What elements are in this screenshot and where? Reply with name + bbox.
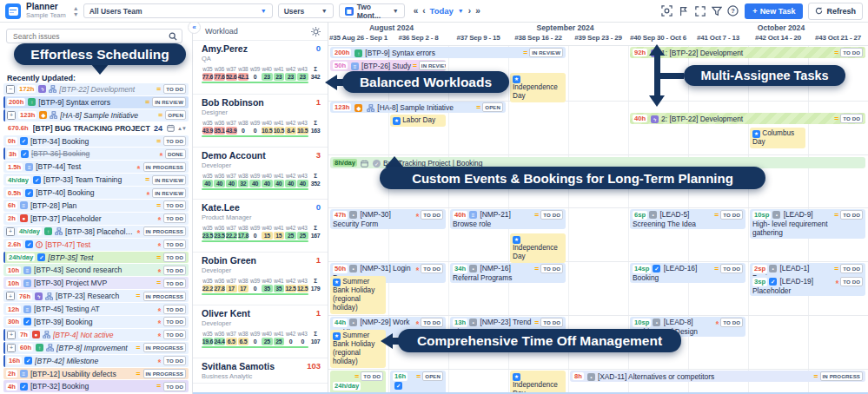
filter-icon[interactable] [710,4,723,17]
sidebar-task-item[interactable]: 2.6h✓![BTP-47] Test«TO DO [3,239,189,251]
calendar-task-card[interactable]: 50h≡ [BTP-26] Study=IN REVIEW [330,60,446,71]
calendar-task-card[interactable]: «TO DO47h▪ [NMP-30] Security Form [330,209,446,229]
calendar-event-card[interactable]: ★ Summer Bank Holiday (regional holiday) [330,276,386,314]
sidebar-task-item[interactable]: 2h●[BTP-37] Placeholder«TO DO [3,213,189,225]
task-title: [BTP-36] Booking [31,149,157,158]
sidebar-task-item[interactable]: +76hϟ[BTP-23] Research=IN PROGRESS [3,290,189,302]
workload-user-card[interactable]: Robin Green1Developerw35w36w37w38w39w40w… [193,253,328,305]
sidebar-task-item[interactable]: +4h/day↑[BTP-38] Placeholder«IN PROGRESS [3,226,189,238]
task-title: [BTP-45] Testing AT [34,305,156,313]
expand-toggle-icon[interactable]: + [7,344,16,352]
generic-type-icon: ▪ [769,265,777,273]
sidebar-project-row[interactable]: 670.6h[BTP] BUG TRACKING PROJECT24▲▼ [3,122,189,135]
calendar-week-label[interactable]: #42 Oct 14 - 20 [748,34,808,45]
workload-week-labels: w35w36w37w38w39w40w41w42w43Σ [202,120,322,126]
sort-icon[interactable]: ▲▼ [177,126,186,131]
sidebar-task-item[interactable]: 10h≡[BTP-43] Second research«TO DO [3,264,189,276]
scan-icon[interactable] [660,4,673,17]
calendar-event-card[interactable]: ★ Columbus Day [750,128,805,148]
switch-team-icon[interactable]: ▲▼ [73,5,78,17]
sidebar-task-item[interactable]: +7h●[BTP-4] Not active«TO DO [3,329,189,341]
expand-toggle-icon[interactable]: + [6,292,15,300]
workload-user-card[interactable]: Kate.Lee0Product Managerw35w36w37w38w39w… [193,200,328,253]
help-icon[interactable]: ? [726,4,739,17]
calendar-event-card[interactable]: ★ Independence Day [510,371,566,394]
calendar-task-card[interactable]: =TO DO6sp▪ [LEAD-5] Screening The Idea [630,209,745,229]
status-badge: TO DO [163,356,186,365]
calendar-week-label[interactable]: #38 Sep 16 - 22 [508,34,568,45]
calendar-week-label[interactable]: #37 Sep 9 - 15 [448,34,508,45]
task-hours: 172h [17,85,36,93]
collapse-both-panels-button[interactable]: « [188,21,201,34]
calendar-event-card[interactable]: ★ Labor Day [390,115,446,127]
calendar-task-card[interactable]: 8h▪ [XAD-11] Alternatives or competitors… [570,371,865,382]
sidebar-task-item[interactable]: 24h/day✓[BTP-35] Test=TO DO [3,252,189,264]
gear-icon[interactable] [311,27,321,36]
sidebar-task-item[interactable]: 30h✓[BTP-39] Booking«TO DO [3,316,189,328]
calendar-week-label[interactable]: #36 Sep 2 - 8 [388,34,448,45]
sidebar-task-item[interactable]: 4h✓[BTP-32] Booking=TO DO [3,380,189,392]
sidebar-task-item[interactable]: +60h↑[BTP-8] Improvement=IN PROGRESS [3,342,189,354]
sidebar-task-item[interactable]: 4h/day✓[BTP-33] Team Training=IN REVIEW [3,174,189,186]
fullscreen-icon[interactable] [693,4,706,17]
workload-user-name: Robin Green [202,255,322,266]
expand-toggle-icon[interactable]: + [7,331,16,339]
calendar-event-card[interactable]: ★ Independence Day [510,233,566,263]
workload-user-card[interactable]: Oliver Kent1Developerw35w36w37w38w39w40w… [193,305,328,358]
sidebar-task-item[interactable]: 12h≡[BTP-45] Testing AT«TO DO [3,303,189,315]
sidebar-task-item[interactable]: −172hϟ[BTP-22] Development=TO DO [3,83,189,95]
calendar-task-card[interactable]: 200h↑ [BTP-9] Syntax errors=IN REVIEW [330,47,566,58]
calendar-task-card[interactable]: =TO DO34h▪ [NMP-16] Referral Programs [450,263,566,283]
sidebar-task-item[interactable]: 0.5h✓[BTP-40] Booking«IN REVIEW [3,187,189,199]
workload-user-card[interactable]: Demo Account3Developerw35w36w37w38w39w40… [193,148,328,200]
refresh-button[interactable]: Refresh [808,3,863,20]
sidebar-task-item[interactable]: 200h↑[BTP-9] Syntax errors=IN REVIEW [3,96,189,108]
sidebar-task-item[interactable]: 6h≡[BTP-28] Plan=TO DO [3,200,189,212]
workload-user-card[interactable]: Svitlana Samotis103Business Analytic [193,358,328,384]
view-mode-dropdown[interactable]: Users ▼ [278,3,334,18]
calendar-task-card[interactable]: «TO DO3sp✓ [LEAD-19] Placeholder [750,276,865,296]
status-badge: TO DO [840,48,863,57]
calendar-task-card[interactable]: 40hϟ 2: [BTP-22] Development=TO DO [630,113,865,124]
today-button[interactable]: Today [430,6,454,16]
next-button[interactable]: › [468,6,471,16]
card-hours: 44h [333,318,348,327]
today-chevron-icon[interactable]: ▼ [458,8,464,14]
workload-issue-count: 1 [316,255,321,265]
calendar-week-label[interactable]: #35 Aug 26 - Sep 1 [328,34,388,45]
flag-icon[interactable] [677,4,690,17]
calendar-task-card[interactable]: =OPEN16h✓[HA-4] System Improvement [390,371,446,394]
jump-first-button[interactable]: « [414,6,419,16]
calendar-week-label[interactable]: #43 Oct 21 - 27 [808,34,868,45]
search-input[interactable] [11,31,165,42]
calendar-task-card[interactable]: =TO DO10sp▪ [LEAD-9] High- level require… [750,209,865,239]
sidebar-task-item[interactable]: 10h≡[BTP-30] Project MVP=TO DO [3,277,189,289]
sidebar-task-item[interactable]: 1.5h≡[BTP-44] Test«IN PROGRESS [3,161,189,173]
calendar-week-label[interactable]: #41 Oct 7 - 13 [688,34,748,45]
calendar-week-label[interactable]: #39 Sep 23 - 29 [568,34,628,45]
workload-user-card[interactable]: Amy.Perez0QAw35w36w37w38w39w40w41w42w43Σ… [193,41,328,95]
calendar-task-card[interactable]: 92hϟ 1: [BTP-22] Development=TO DO [630,47,865,58]
status-badge: TO DO [163,279,186,288]
workload-user-card[interactable]: Bob Robinson1Designerw35w36w37w38w39w40w… [193,95,328,148]
jump-last-button[interactable]: » [475,6,480,16]
calendar-task-card[interactable]: =TO DO24h/day✓[BTP-35] Test [330,371,386,394]
calendar-event-card[interactable]: ★ Independence Day [510,73,566,102]
app-title: Planner [26,3,66,11]
new-task-button[interactable]: + New Task [745,3,803,19]
team-dropdown[interactable]: All Users Team ▼ [83,3,273,18]
sidebar-task-item[interactable]: +123h◆[HA-8] Sample Initiative=OPEN [3,109,189,121]
calendar-event-card[interactable]: ★ Summer Bank Holiday (regional holiday) [330,330,386,368]
calendar-task-card[interactable]: 123h◆ [HA-8] Sample Initiative=OPEN [330,102,506,113]
calendar-task-card[interactable]: =TO DO14sp✓ [LEAD-16] Booking [630,263,745,283]
prev-button[interactable]: ‹ [422,6,425,16]
expand-toggle-icon[interactable]: + [6,227,15,236]
sidebar-task-item[interactable]: 16h✓[BTP-42] Milestone«TO DO [3,355,189,367]
calendar-task-card[interactable]: =TO DO40h≡ [NMP-21] Browse role [450,209,566,229]
timescale-dropdown[interactable]: ▦ Two Mont... ▼ [339,3,405,18]
sidebar-task-item[interactable]: 0h✓[BTP-34] Booking=TO DO [3,135,189,148]
expand-toggle-icon[interactable]: + [7,111,16,120]
expand-toggle-icon[interactable]: − [6,85,15,94]
sidebar-task-item[interactable]: 3h✓[BTP-36] Booking«DONE [3,148,189,160]
sidebar-task-item[interactable]: 2h≡[BTP-12] Usability defects=IN PROGRES… [3,368,189,380]
